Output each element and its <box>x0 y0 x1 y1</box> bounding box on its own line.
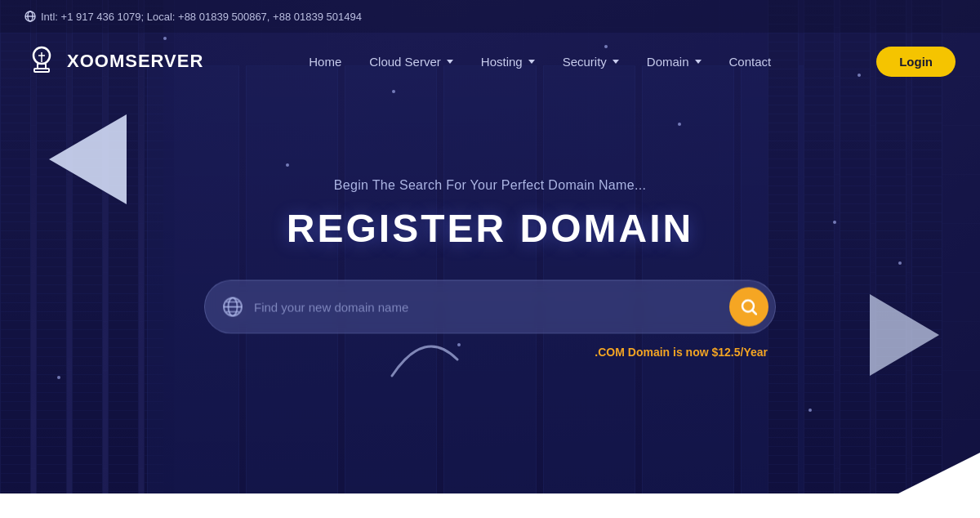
particle <box>898 261 902 265</box>
triangle-right-decoration <box>870 294 939 376</box>
search-button[interactable] <box>729 288 768 327</box>
nav-link-contact[interactable]: Contact <box>718 48 783 75</box>
hosting-chevron-icon <box>528 60 535 64</box>
hero-title: REGISTER DOMAIN <box>204 206 776 251</box>
nav-item-domain[interactable]: Domain <box>635 48 713 75</box>
nav-link-security[interactable]: Security <box>551 48 630 75</box>
globe-icon-search <box>221 296 244 319</box>
particle <box>833 221 836 224</box>
nav-link-domain[interactable]: Domain <box>635 48 713 75</box>
logo[interactable]: XOOMSERVER <box>24 44 203 78</box>
top-contact-bar: Intl: +1 917 436 1079; Local: +88 01839 … <box>0 0 980 33</box>
nav-item-security[interactable]: Security <box>551 48 630 75</box>
particle <box>678 123 681 126</box>
nav-item-home[interactable]: Home <box>297 48 353 75</box>
domain-search-bar <box>204 280 776 334</box>
domain-pricing-note: .COM Domain is now $12.5/Year <box>204 346 776 359</box>
particle <box>392 90 395 93</box>
navbar: XOOMSERVER Home Cloud Server Hosting <box>0 33 980 90</box>
particle <box>286 163 289 167</box>
hero-subtitle: Begin The Search For Your Perfect Domain… <box>204 178 776 193</box>
logo-text: XOOMSERVER <box>67 51 203 72</box>
nav-menu: Home Cloud Server Hosting Security <box>297 48 782 75</box>
search-icon <box>741 299 757 315</box>
nav-item-hosting[interactable]: Hosting <box>470 48 546 75</box>
particle <box>808 409 812 412</box>
domain-search-input[interactable] <box>254 300 719 314</box>
nav-link-cloud-server[interactable]: Cloud Server <box>358 48 465 75</box>
nav-link-home[interactable]: Home <box>297 48 353 75</box>
hero-content: Begin The Search For Your Perfect Domain… <box>204 178 776 359</box>
security-chevron-icon <box>612 60 619 64</box>
nav-link-hosting[interactable]: Hosting <box>470 48 546 75</box>
domain-price: $12.5/Year <box>711 346 768 359</box>
logo-icon <box>24 44 59 78</box>
hero-section: Intl: +1 917 436 1079; Local: +88 01839 … <box>0 0 980 518</box>
cloud-server-chevron-icon <box>447 60 453 64</box>
svg-rect-5 <box>34 69 49 72</box>
svg-line-14 <box>753 310 757 315</box>
contact-info: Intl: +1 917 436 1079; Local: +88 01839 … <box>24 11 362 23</box>
globe-icon-topbar <box>24 11 36 22</box>
particle <box>57 376 60 379</box>
domain-chevron-icon <box>695 60 702 64</box>
bottom-right-triangle <box>849 453 980 518</box>
nav-item-cloud-server[interactable]: Cloud Server <box>358 48 465 75</box>
triangle-left-decoration <box>49 114 127 204</box>
login-button[interactable]: Login <box>876 47 956 77</box>
bottom-white-section <box>0 493 980 518</box>
nav-item-contact[interactable]: Contact <box>718 48 783 75</box>
